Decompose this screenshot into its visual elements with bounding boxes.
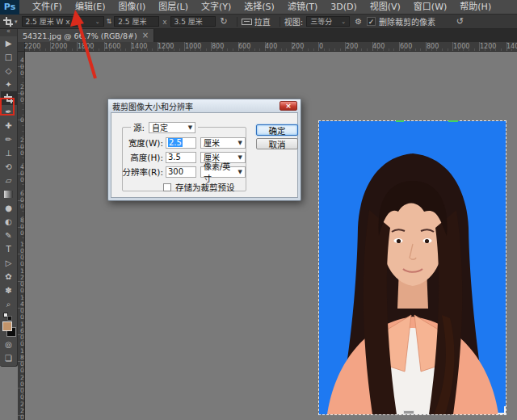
menu-item[interactable]: 图层(L) [152, 0, 195, 15]
menu-item[interactable]: 视图(V) [364, 0, 407, 15]
chevron-down-icon: ⌄ [95, 19, 100, 25]
crop-tool-icon[interactable] [3, 17, 12, 26]
dodge-tool[interactable]: ◐ [1, 215, 17, 229]
path-selection-tool-glyph: ▷ [6, 259, 12, 267]
color-swatches[interactable] [2, 321, 16, 338]
eraser-tool[interactable]: ▱ [1, 174, 17, 187]
menu-item[interactable]: 编辑(E) [69, 0, 112, 15]
dialog-close-button[interactable]: × [280, 101, 297, 111]
height-label: 高度(H): [126, 151, 163, 163]
ruler-label: 1600 [104, 43, 120, 50]
lasso-tool[interactable]: ◇ [1, 64, 17, 78]
crop-corner-handle[interactable] [498, 406, 506, 414]
crop-width-field[interactable]: 2.5 厘米 [114, 16, 159, 27]
ruler-label: 1400 [131, 43, 147, 50]
ruler-label: 200 [292, 43, 304, 50]
delete-cropped-pixels-checkbox[interactable]: ✓ [367, 17, 376, 26]
height-input[interactable]: 3.5 [166, 152, 196, 163]
reset-crop-icon[interactable]: ↺ [456, 17, 464, 26]
type-tool[interactable]: T [1, 242, 17, 256]
crop-guide-mark [448, 120, 458, 122]
delete-cropped-pixels-label[interactable]: 删除裁剪的像素 [379, 15, 435, 27]
ruler-label: 1400 [506, 43, 517, 50]
ruler-label: 1800 [78, 43, 94, 50]
crop-bottom-handle[interactable] [403, 410, 414, 414]
cancel-button[interactable]: 取消 [256, 138, 298, 149]
ruler-label: 2000 [51, 43, 67, 50]
tool-options-bar: ▾ 2.5 厘米 W x ⌄ ⇅ 2.5 厘米 x 3.5 厘米 ↻ 拉直 视图… [0, 15, 517, 29]
gradient-icon [4, 191, 13, 198]
width-value: 2.5 [168, 138, 183, 147]
ruler-label: 800 [19, 216, 26, 236]
foreground-color-swatch[interactable] [2, 321, 12, 331]
quick-selection-tool[interactable]: ✦ [1, 78, 17, 91]
path-selection-tool[interactable]: ▷ [1, 256, 17, 270]
healing-brush-tool[interactable]: ✚ [1, 119, 17, 132]
ruler-label: 800 [427, 43, 439, 50]
save-preset-label[interactable]: 存储为裁剪预设 [175, 181, 235, 193]
swap-dimensions-icon[interactable]: ⇅ [107, 17, 112, 26]
photoshop-window: Ps 文件(F)编辑(E)图像(I)图层(L)文字(Y)选择(S)滤镜(T)3D… [0, 0, 517, 420]
menu-item[interactable]: 3D(D) [324, 0, 364, 15]
tab-close-icon[interactable]: × [142, 32, 149, 40]
pen-tool[interactable]: ✎ [1, 229, 17, 242]
overlay-dropdown[interactable]: 三等分 ⌄ [306, 16, 350, 27]
dodge-tool-glyph: ◐ [5, 218, 12, 226]
clone-stamp-tool[interactable]: ⊥ [1, 146, 17, 160]
resolution-label: 分辨率(R): [118, 166, 163, 178]
menu-item[interactable]: 窗口(W) [407, 0, 453, 15]
menu-item[interactable]: 图像(I) [111, 0, 152, 15]
width-label: 宽度(W): [126, 136, 163, 149]
hand-tool-glyph: ✽ [5, 287, 11, 295]
save-preset-checkbox[interactable] [163, 183, 171, 191]
photoshop-logo: Ps [0, 0, 19, 15]
straighten-icon[interactable] [242, 19, 252, 25]
ruler-label: 1000 [19, 241, 26, 267]
custom-shape-tool-glyph: ✿ [5, 273, 11, 281]
menu-item[interactable]: 帮助(H) [453, 0, 498, 15]
menu-item[interactable]: 文字(Y) [195, 0, 237, 15]
default-colors-icon[interactable] [3, 313, 15, 321]
ruler-label: 0 [319, 43, 323, 50]
resolution-input[interactable]: 300 [166, 166, 196, 178]
clone-stamp-tool-glyph: ⊥ [5, 149, 12, 158]
menu-item[interactable]: 选择(S) [237, 0, 281, 15]
photo-canvas[interactable] [319, 121, 506, 414]
menu-item[interactable]: 滤镜(T) [281, 0, 324, 15]
source-dropdown[interactable]: 自定 ▼ [149, 122, 195, 133]
resolution-unit-dropdown[interactable]: 像素/英寸 ▼ [200, 166, 246, 178]
straighten-label[interactable]: 拉直 [254, 15, 271, 27]
resolution-value: 300 [168, 167, 183, 176]
chevron-down-icon: ▼ [238, 169, 242, 175]
marquee-tool[interactable]: □ [1, 50, 17, 64]
crop-settings-gear-icon[interactable]: ⚙ [355, 17, 362, 26]
brush-tool[interactable]: ✏ [1, 132, 17, 146]
blur-tool[interactable]: ● [1, 201, 17, 215]
history-brush-tool[interactable]: ⟲ [1, 160, 17, 174]
gradient-tool[interactable] [1, 187, 17, 201]
ok-button[interactable]: 确定 [256, 124, 298, 136]
quick-mask-button[interactable]: ◎ [1, 338, 17, 351]
crop-height-field[interactable]: 3.5 厘米 [170, 16, 216, 27]
view-label: 视图: [284, 15, 303, 27]
eraser-tool-glyph: ▱ [6, 177, 12, 185]
width-unit-dropdown[interactable]: 厘米 ▼ [200, 137, 246, 149]
ruler-label: 200 [19, 83, 26, 103]
annotation-highlight-box [0, 98, 15, 116]
move-tool[interactable]: ▶ [1, 36, 17, 50]
menu-item[interactable]: 文件(F) [26, 0, 69, 15]
rotate-crop-icon[interactable]: ↻ [221, 17, 228, 26]
dialog-title-bar[interactable]: 裁剪图像大小和分辨率 [108, 99, 301, 112]
screen-mode-button[interactable]: ❏ [1, 351, 17, 365]
ruler-label: 1000 [453, 43, 469, 50]
chevron-down-icon: ⌄ [341, 19, 346, 25]
crop-width-value: 2.5 厘米 [118, 16, 146, 27]
tool-preset-caret-icon[interactable]: ▾ [15, 19, 18, 25]
zoom-tool[interactable]: ⌕ [1, 297, 17, 311]
crop-preset-dropdown[interactable]: 2.5 厘米 W x ⌄ [22, 16, 104, 27]
custom-shape-tool[interactable]: ✿ [1, 270, 17, 284]
hand-tool[interactable]: ✽ [1, 284, 17, 297]
width-input[interactable]: 2.5 [166, 137, 196, 149]
source-value: 自定 [152, 121, 168, 133]
document-tab[interactable]: 54321.jpg @ 66.7% (RGB/8#) × [18, 29, 154, 42]
